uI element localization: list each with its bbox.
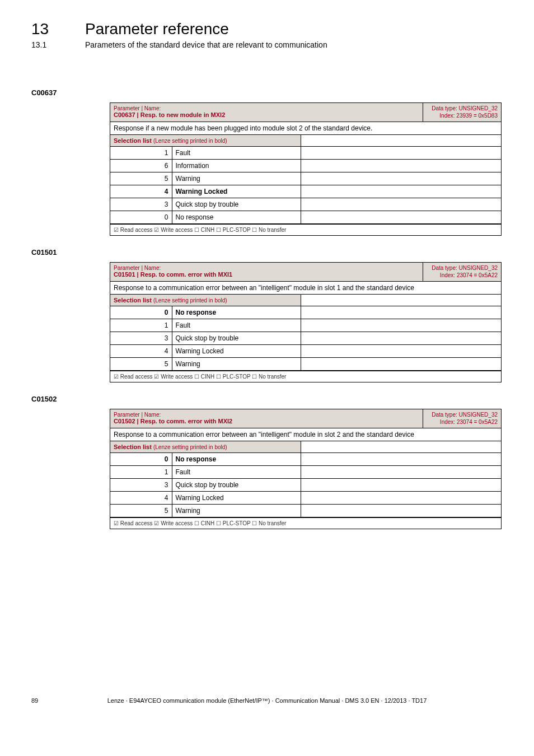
parameter-code-label: C00637 (31, 88, 503, 97)
selection-row: 0No response (110, 211, 501, 224)
selection-value: Quick stop by trouble (172, 332, 301, 345)
blank-cell (301, 466, 501, 479)
selection-row: 0No response (110, 453, 501, 466)
selection-number: 0 (110, 306, 172, 319)
chapter-heading: 13 Parameter reference (31, 20, 503, 38)
selection-value: No response (172, 306, 301, 319)
selection-row: 6Information (110, 160, 501, 172)
parameter-code-label: C01501 (31, 248, 503, 256)
subsection-number: 13.1 (31, 40, 58, 49)
selection-number: 1 (110, 466, 172, 479)
selection-value: Fault (172, 319, 301, 332)
blank-cell (301, 172, 501, 185)
param-header-right: Data type: UNSIGNED_32Index: 23074 = 0x5… (423, 409, 502, 428)
selection-row: 1Fault (110, 466, 501, 479)
selection-number: 1 (110, 319, 172, 332)
blank-cell (301, 147, 501, 160)
selection-number: 0 (110, 211, 172, 224)
selection-number: 5 (110, 358, 172, 371)
param-header-left: Parameter | Name:C00637 | Resp. to new m… (110, 103, 423, 122)
selection-number: 3 (110, 332, 172, 345)
selection-value: No response (172, 211, 301, 224)
blank-cell (301, 358, 501, 371)
param-header-left: Parameter | Name:C01502 | Resp. to comm.… (110, 409, 423, 428)
param-header-left: Parameter | Name:C01501 | Resp. to comm.… (110, 263, 423, 282)
selection-number: 4 (110, 492, 172, 505)
blank-cell (301, 441, 501, 453)
selection-value: Fault (172, 466, 301, 479)
selection-list-header: Selection list (Lenze setting printed in… (110, 295, 301, 306)
blank-cell (301, 160, 501, 172)
param-header-right: Data type: UNSIGNED_32Index: 23939 = 0x5… (423, 103, 502, 122)
param-description: Response if a new module has been plugge… (110, 122, 502, 135)
param-name: C00637 | Resp. to new module in MXI2 (114, 111, 419, 118)
divider-dashes: _ _ _ _ _ _ _ _ _ _ _ _ _ _ _ _ _ _ _ _ … (31, 65, 503, 73)
selection-value: Quick stop by trouble (172, 479, 301, 492)
access-flags: ☑ Read access ☑ Write access ☐ CINH ☐ PL… (110, 371, 502, 382)
selection-value: Warning Locked (172, 492, 301, 505)
selection-row: 5Warning (110, 172, 501, 185)
selection-number: 6 (110, 160, 172, 172)
parameter-table: Parameter | Name:C00637 | Resp. to new m… (110, 102, 502, 236)
data-type: Data type: UNSIGNED_32 (427, 412, 498, 419)
param-name-label: Parameter | Name: (114, 265, 419, 271)
blank-cell (301, 345, 501, 358)
parameter-table: Parameter | Name:C01501 | Resp. to comm.… (110, 262, 502, 382)
selection-list-header: Selection list (Lenze setting printed in… (110, 135, 301, 147)
selection-value: Information (172, 160, 301, 172)
blank-cell (301, 211, 501, 224)
selection-number: 0 (110, 453, 172, 466)
selection-number: 5 (110, 505, 172, 517)
access-flags: ☑ Read access ☑ Write access ☐ CINH ☐ PL… (110, 225, 502, 236)
subsection-title: Parameters of the standard device that a… (85, 40, 327, 49)
param-description: Response to a communication error betwee… (110, 428, 502, 441)
selection-row: 3Quick stop by trouble (110, 479, 501, 492)
blank-cell (301, 295, 501, 306)
selection-value: Warning (172, 172, 301, 185)
access-flags: ☑ Read access ☑ Write access ☐ CINH ☐ PL… (110, 518, 502, 529)
selection-number: 5 (110, 172, 172, 185)
selection-list-header: Selection list (Lenze setting printed in… (110, 441, 301, 453)
selection-row: 5Warning (110, 505, 501, 517)
selection-value: Warning Locked (172, 185, 301, 198)
selection-value: Quick stop by trouble (172, 198, 301, 211)
selection-value: No response (172, 453, 301, 466)
selection-value: Warning (172, 358, 301, 371)
param-header-right: Data type: UNSIGNED_32Index: 23074 = 0x5… (423, 263, 502, 282)
data-type: Data type: UNSIGNED_32 (427, 105, 498, 113)
parameter-table: Parameter | Name:C01502 | Resp. to comm.… (110, 409, 502, 529)
data-type: Data type: UNSIGNED_32 (427, 265, 498, 272)
selection-number: 3 (110, 198, 172, 211)
blank-cell (301, 479, 501, 492)
selection-row: 3Quick stop by trouble (110, 332, 501, 345)
blank-cell (301, 319, 501, 332)
selection-number: 4 (110, 185, 172, 198)
selection-value: Fault (172, 147, 301, 160)
page-footer: 89 Lenze · E94AYCEO communication module… (31, 697, 503, 704)
chapter-title: Parameter reference (85, 20, 229, 38)
parameter-code-label: C01502 (31, 395, 503, 403)
index-value: Index: 23939 = 0x5D83 (427, 113, 498, 120)
param-name-label: Parameter | Name: (114, 105, 419, 111)
chapter-number: 13 (31, 20, 58, 38)
selection-row: 1Fault (110, 319, 501, 332)
blank-cell (301, 332, 501, 345)
blank-cell (301, 505, 501, 517)
index-value: Index: 23074 = 0x5A22 (427, 419, 498, 426)
blank-cell (301, 306, 501, 319)
selection-value: Warning Locked (172, 345, 301, 358)
selection-value: Warning (172, 505, 301, 517)
selection-row: 4Warning Locked (110, 185, 501, 198)
selection-number: 3 (110, 479, 172, 492)
footer-center-text: Lenze · E94AYCEO communication module (E… (31, 697, 503, 704)
blank-cell (301, 198, 501, 211)
selection-row: 4Warning Locked (110, 345, 501, 358)
param-name-label: Parameter | Name: (114, 412, 419, 418)
blank-cell (301, 492, 501, 505)
subsection-heading: 13.1 Parameters of the standard device t… (31, 40, 503, 49)
param-name: C01501 | Resp. to comm. error with MXI1 (114, 271, 419, 278)
selection-row: 3Quick stop by trouble (110, 198, 501, 211)
param-description: Response to a communication error betwee… (110, 282, 502, 295)
selection-row: 5Warning (110, 358, 501, 371)
index-value: Index: 23074 = 0x5A22 (427, 272, 498, 279)
